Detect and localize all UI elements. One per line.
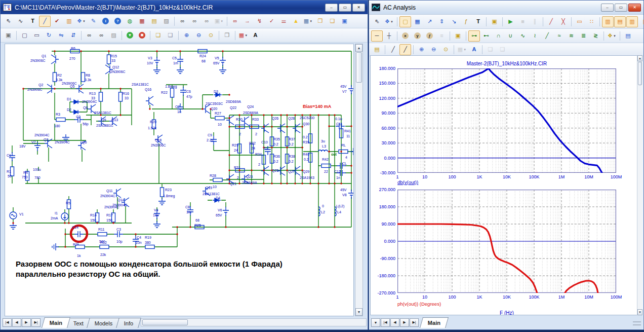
find-attribute-icon[interactable]: ∞ — [177, 16, 188, 27]
envelope-icon[interactable]: ≷ — [590, 30, 601, 42]
tab-main[interactable]: Main — [420, 317, 449, 328]
scroll-down-icon[interactable]: ▼ — [637, 309, 642, 315]
global-high-icon[interactable]: ≋ — [566, 30, 577, 42]
panel-horizontal-icon[interactable]: ▤ — [614, 16, 626, 27]
select-area-icon[interactable]: ▢ — [19, 30, 30, 41]
attributes-icon[interactable]: ▣ — [3, 30, 14, 41]
horizontal-axis-icon[interactable]: ╱ — [387, 44, 399, 55]
tab-nav-button[interactable]: |◀ — [381, 318, 390, 327]
notes-icon[interactable]: ▨ — [108, 30, 119, 41]
grid-icon[interactable]: ▦▼ — [302, 16, 314, 27]
maximize-button[interactable]: ▭ — [339, 4, 351, 12]
send-back-icon[interactable]: ❏ — [497, 44, 508, 55]
peak-icon[interactable]: ∩ — [493, 30, 504, 42]
schematic-horizontal-scrollbar[interactable] — [141, 318, 367, 326]
zoom-in-icon[interactable]: ⊕ — [181, 30, 192, 41]
warning-icon[interactable]: ▲ — [290, 16, 302, 27]
flag-mode-icon[interactable]: ✔ — [51, 16, 63, 27]
tab-nav-button[interactable]: ▶| — [31, 318, 41, 327]
find-next-icon[interactable]: ∞ — [96, 30, 107, 41]
scroll-thumb[interactable] — [356, 52, 362, 83]
find-node-icon[interactable]: ∞ — [201, 16, 213, 27]
panel-vertical-icon[interactable]: ▥ — [626, 16, 638, 27]
numeric-output-icon[interactable]: ▤ — [371, 44, 383, 55]
tab-nav-button[interactable]: |◀ — [3, 318, 12, 327]
analysis-vertical-scrollbar[interactable]: ▲ ▼ — [637, 55, 643, 315]
tab-main[interactable]: Main — [42, 317, 70, 328]
tab-nav-button[interactable]: ◀ — [12, 318, 21, 327]
zoom-100-icon[interactable]: ⊙ — [205, 30, 217, 41]
browser-icon[interactable]: ◍ — [124, 16, 136, 27]
region-box-icon[interactable]: ▭ — [31, 30, 43, 41]
tab-info[interactable]: Info — [116, 318, 141, 328]
schematic-canvas[interactable]: Q12N3906CR6270R1533Q122N3906CR23.3kR83.3… — [5, 44, 354, 316]
cursor-clipboard-icon[interactable]: ❖▼ — [606, 30, 618, 42]
pan-graph-icon[interactable]: ▦ — [412, 16, 423, 27]
color-palette-icon[interactable]: ▦▼ — [456, 44, 468, 55]
stop-icon[interactable]: ✖ — [136, 30, 148, 41]
grid-properties-icon[interactable]: ▣ — [452, 30, 464, 42]
find-wave-icon[interactable]: ∞ — [189, 16, 200, 27]
step-into-icon[interactable]: ▼ — [124, 30, 136, 41]
zoom-out-icon[interactable]: ⊖ — [428, 44, 439, 55]
color-palette-icon[interactable]: ▦▼ — [237, 30, 249, 41]
schematic-titlebar[interactable]: C:\MC11\DATA\Petrov\Master-2(BJT)\Master… — [1, 1, 368, 14]
scroll-up-icon[interactable]: ▲ — [355, 44, 363, 52]
edit-note-icon[interactable]: ▨ — [160, 16, 172, 27]
gain-curve-label[interactable]: db(v(out)) — [397, 179, 418, 185]
plot-area[interactable]: Master-2(BJT)_10kHz&100kHz.CIR db(v(out)… — [370, 55, 637, 315]
font-icon[interactable]: A — [250, 30, 261, 41]
flip-y-icon[interactable]: ⇵ — [67, 30, 79, 41]
show-currents-icon[interactable]: → — [242, 16, 253, 27]
find-icon[interactable]: ∞ — [84, 30, 95, 41]
graphics-mode-icon[interactable]: ╱ — [39, 16, 51, 27]
show-power-icon[interactable]: ↯ — [254, 16, 265, 27]
select-mode-icon[interactable]: ⇖ — [3, 16, 14, 27]
pause-icon[interactable]: ∥ — [529, 16, 541, 27]
minimize-button[interactable]: ‒ — [325, 4, 338, 12]
help-icon[interactable]: ? — [112, 16, 124, 27]
send-back-icon[interactable]: ❏ — [165, 30, 176, 41]
cursor-slope-icon[interactable]: ╱ — [545, 16, 557, 27]
tab-nav-button[interactable]: ▶ — [400, 318, 409, 327]
schematic-vertical-scrollbar[interactable]: ▲ ▼ — [355, 44, 363, 316]
function-icon[interactable]: ƒ — [460, 16, 472, 27]
prev-point-icon[interactable]: ⊷ — [480, 30, 492, 42]
check-document-icon[interactable]: ▦ — [136, 16, 148, 27]
tab-nav-button[interactable]: ▶ — [22, 318, 31, 327]
maximize-button[interactable]: ▭ — [615, 4, 627, 12]
inflection-icon[interactable]: ≈ — [553, 30, 565, 42]
show-conditions-icon[interactable]: ✓ — [266, 16, 277, 27]
design-list-icon[interactable]: ▤ — [148, 16, 160, 27]
scale-y-icon[interactable]: ⇕ — [436, 16, 448, 27]
new-page-icon[interactable]: ❐ — [314, 16, 326, 27]
scale-x-icon[interactable]: ↗ — [424, 16, 435, 27]
show-voltages-icon[interactable]: ∞ — [229, 16, 241, 27]
bring-front-icon[interactable]: ❏ — [152, 30, 164, 41]
split-window-icon[interactable]: ▣ — [339, 16, 350, 27]
data-box-icon[interactable]: ▭ — [574, 16, 585, 27]
tab-nav-button[interactable]: ▶| — [410, 318, 419, 327]
page-flip-icon[interactable]: ❐ — [221, 30, 233, 41]
x-value-icon[interactable]: x — [399, 30, 411, 42]
zoom-out-icon[interactable]: ⊖ — [193, 30, 205, 41]
vertical-axis-icon[interactable]: ╱ — [399, 44, 411, 55]
panel-stack-icon[interactable]: ▥ — [602, 16, 614, 27]
global-low-icon[interactable]: ≣ — [578, 30, 589, 42]
valley-icon[interactable]: ∪ — [505, 30, 516, 42]
clipboard-icon[interactable]: ❖▼ — [383, 16, 395, 27]
pin-connections-icon[interactable]: ⚌ — [278, 16, 290, 27]
fx-value-icon[interactable]: ƒ — [424, 30, 435, 42]
menu-list-icon[interactable]: ≡ — [436, 30, 448, 42]
y-value-icon[interactable]: y — [412, 30, 423, 42]
stop-icon[interactable]: ■ — [517, 16, 529, 27]
analysis-titlebar[interactable]: AC Analysis ‒ ▭ ✕ — [369, 1, 643, 15]
cursor-horizontal-icon[interactable]: ─ — [371, 30, 383, 42]
rotate-icon[interactable]: ↻ — [43, 30, 55, 41]
tab-nav-button[interactable]: ▼ — [371, 318, 380, 327]
wire-mode-icon[interactable]: ∿ — [15, 16, 26, 27]
panel-single-icon[interactable]: ▯ — [638, 16, 644, 27]
close-button[interactable]: ✕ — [628, 4, 641, 12]
zoom-in-icon[interactable]: ⊕ — [416, 44, 427, 55]
copy-attributes-icon[interactable]: ▣▼ — [213, 16, 225, 27]
